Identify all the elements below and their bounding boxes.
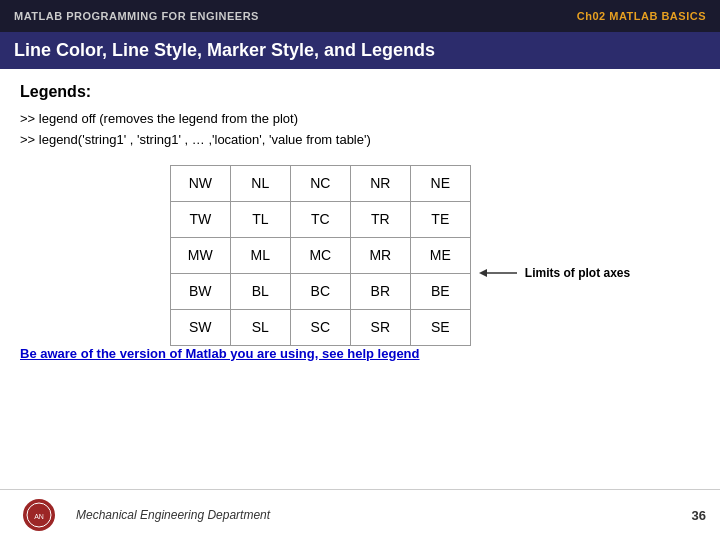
code-lines: >> legend off (removes the legend from t… bbox=[20, 109, 700, 151]
footer-logo: AN bbox=[14, 496, 64, 534]
annotation-text: Limits of plot axes bbox=[525, 265, 630, 282]
table-cell: BR bbox=[350, 273, 410, 309]
title-bar: Line Color, Line Style, Marker Style, an… bbox=[0, 32, 720, 69]
table-cell: SL bbox=[230, 309, 290, 345]
table-cell: TW bbox=[170, 201, 230, 237]
table-cell: SW bbox=[170, 309, 230, 345]
header: MATLAB PROGRAMMING FOR ENGINEERS Ch02 MA… bbox=[0, 0, 720, 32]
table-cell: MC bbox=[290, 237, 350, 273]
header-right-text: Ch02 MATLAB BASICS bbox=[577, 10, 706, 22]
table-row: SWSLSCSRSE bbox=[170, 309, 470, 345]
table-cell: SR bbox=[350, 309, 410, 345]
table-cell: BC bbox=[290, 273, 350, 309]
header-left-text: MATLAB PROGRAMMING FOR ENGINEERS bbox=[14, 10, 259, 22]
table-row: MWMLMCMRME bbox=[170, 237, 470, 273]
table-cell: BE bbox=[410, 273, 470, 309]
table-row: TWTLTCTRTE bbox=[170, 201, 470, 237]
university-logo-icon: AN bbox=[15, 497, 63, 533]
svg-marker-1 bbox=[479, 269, 487, 277]
table-cell: MR bbox=[350, 237, 410, 273]
title-bar-text: Line Color, Line Style, Marker Style, an… bbox=[14, 40, 435, 60]
table-cell: TE bbox=[410, 201, 470, 237]
table-cell: NR bbox=[350, 165, 410, 201]
table-cell: SC bbox=[290, 309, 350, 345]
table-cell: ML bbox=[230, 237, 290, 273]
table-cell: ME bbox=[410, 237, 470, 273]
table-cell: MW bbox=[170, 237, 230, 273]
footer-dept-text: Mechanical Engineering Department bbox=[76, 508, 692, 522]
section-title: Legends: bbox=[20, 83, 700, 101]
svg-text:AN: AN bbox=[34, 513, 44, 520]
main-content: Legends: >> legend off (removes the lege… bbox=[0, 69, 720, 381]
table-cell: TC bbox=[290, 201, 350, 237]
bottom-link[interactable]: Be aware of the version of Matlab you ar… bbox=[20, 346, 700, 361]
table-cell: NE bbox=[410, 165, 470, 201]
table-row: BWBLBCBRBE bbox=[170, 273, 470, 309]
table-row: NWNLNCNRNE bbox=[170, 165, 470, 201]
code-line-2: >> legend('string1' , 'string1' , … ,'lo… bbox=[20, 130, 700, 151]
table-cell: TL bbox=[230, 201, 290, 237]
table-cell: BL bbox=[230, 273, 290, 309]
arrow-icon bbox=[479, 265, 519, 281]
side-annotation: Limits of plot axes bbox=[479, 265, 630, 282]
table-cell: NW bbox=[170, 165, 230, 201]
footer-page-number: 36 bbox=[692, 508, 706, 523]
table-area: NWNLNCNRNETWTLTCTRTEMWMLMCMRMEBWBLBCBRBE… bbox=[40, 165, 700, 346]
code-line-1: >> legend off (removes the legend from t… bbox=[20, 109, 700, 130]
table-cell: TR bbox=[350, 201, 410, 237]
table-cell: NC bbox=[290, 165, 350, 201]
table-cell: BW bbox=[170, 273, 230, 309]
footer: AN Mechanical Engineering Department 36 bbox=[0, 489, 720, 540]
legend-table: NWNLNCNRNETWTLTCTRTEMWMLMCMRMEBWBLBCBRBE… bbox=[170, 165, 471, 346]
table-cell: NL bbox=[230, 165, 290, 201]
table-cell: SE bbox=[410, 309, 470, 345]
